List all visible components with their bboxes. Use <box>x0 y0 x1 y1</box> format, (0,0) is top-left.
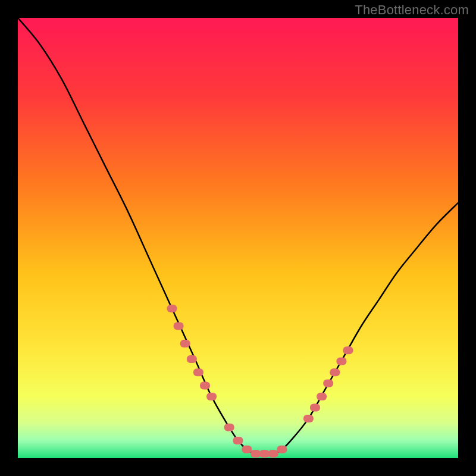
highlight-dot <box>224 424 234 431</box>
highlight-dot <box>187 355 197 363</box>
highlight-dot <box>343 346 353 354</box>
highlight-dot <box>174 322 184 330</box>
gradient-background <box>18 18 458 458</box>
highlight-dot <box>167 305 177 312</box>
highlight-dot <box>336 358 346 365</box>
highlight-dot <box>303 415 314 422</box>
highlight-dot <box>206 393 217 400</box>
plot-area <box>18 18 458 458</box>
highlight-dot <box>310 403 320 411</box>
highlight-dot <box>180 340 190 347</box>
highlight-dot <box>259 450 270 458</box>
highlight-dot <box>268 450 278 458</box>
chart-frame: TheBottleneck.com <box>0 0 476 476</box>
highlight-dot <box>250 450 261 458</box>
highlight-dot <box>330 368 340 376</box>
highlight-dot <box>193 368 203 376</box>
highlight-dot <box>277 446 287 453</box>
highlight-dot <box>317 393 327 400</box>
watermark-text: TheBottleneck.com <box>355 2 469 18</box>
highlight-dot <box>200 381 210 389</box>
highlight-dot <box>242 446 252 453</box>
highlight-dot <box>323 380 333 387</box>
bottleneck-chart <box>18 18 458 458</box>
highlight-dot <box>233 437 243 444</box>
